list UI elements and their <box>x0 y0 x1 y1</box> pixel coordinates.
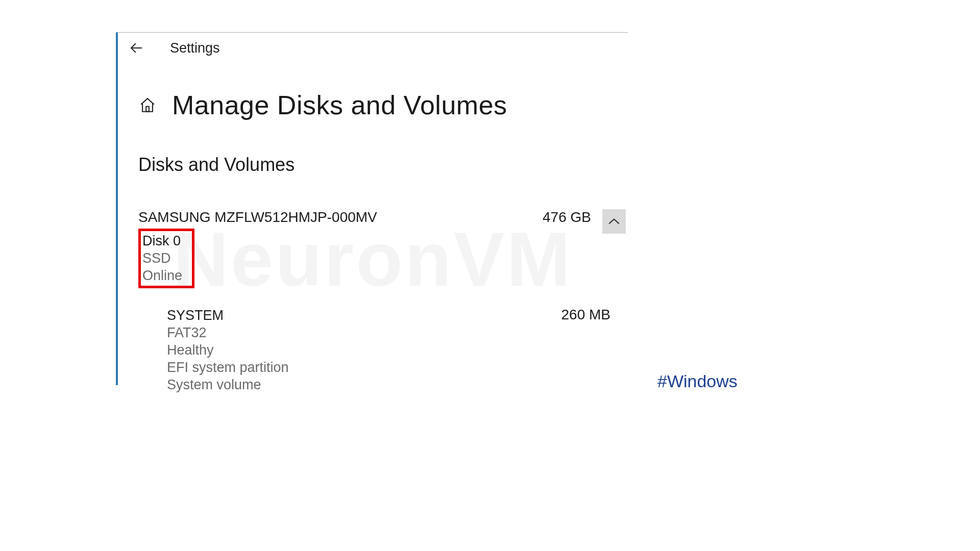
disk-row[interactable]: SAMSUNG MZFLW512HMJP-000MV Disk 0 SSD On… <box>118 209 628 288</box>
home-icon[interactable] <box>138 96 157 114</box>
title-bar: Settings <box>118 33 628 63</box>
volume-partition-type: EFI system partition <box>167 359 561 376</box>
volume-health: Healthy <box>167 341 561 359</box>
volume-row[interactable]: SYSTEM FAT32 Healthy EFI system partitio… <box>118 307 628 393</box>
volume-size: 260 MB <box>561 307 628 323</box>
hashtag-label: #Windows <box>657 371 738 391</box>
disk-info: SAMSUNG MZFLW512HMJP-000MV Disk 0 SSD On… <box>138 209 543 288</box>
page-header: Manage Disks and Volumes <box>118 90 628 120</box>
page-title: Manage Disks and Volumes <box>172 90 507 120</box>
settings-window: NeuronVM Settings Manage Disks and Volum… <box>116 32 628 385</box>
volume-filesystem: FAT32 <box>167 324 561 341</box>
svg-rect-1 <box>146 107 149 112</box>
chevron-up-icon <box>607 216 621 227</box>
volume-role: System volume <box>167 376 561 393</box>
disk-index: Disk 0 <box>142 233 190 250</box>
back-arrow-icon <box>129 40 144 56</box>
disk-size: 476 GB <box>543 209 591 226</box>
disk-name: SAMSUNG MZFLW512HMJP-000MV <box>138 209 543 226</box>
section-heading: Disks and Volumes <box>118 154 628 176</box>
disk-details-highlight: Disk 0 SSD Online <box>138 229 194 288</box>
app-title: Settings <box>170 40 220 56</box>
volume-name: SYSTEM <box>167 307 561 324</box>
disk-status: Online <box>142 267 190 285</box>
expand-toggle[interactable] <box>602 209 626 234</box>
volume-info: SYSTEM FAT32 Healthy EFI system partitio… <box>167 307 561 393</box>
back-button[interactable] <box>127 39 145 57</box>
disk-media-type: SSD <box>142 250 190 267</box>
